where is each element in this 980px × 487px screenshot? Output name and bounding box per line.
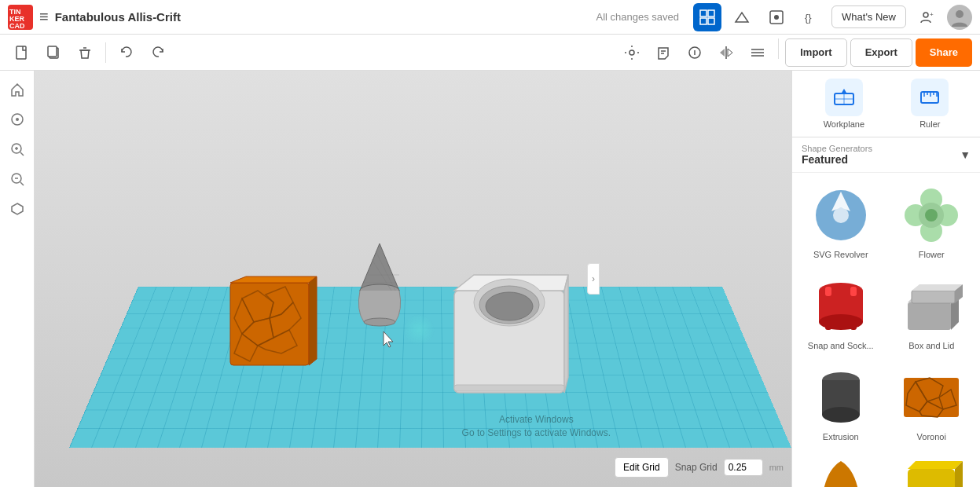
- svg-rect-16: [48, 46, 57, 57]
- share-button[interactable]: Share: [916, 38, 972, 67]
- box-lid-thumb: [900, 275, 963, 338]
- svg-rect-57: [454, 385, 564, 391]
- svg-point-11: [923, 13, 928, 17]
- shape-gen-featured-label: Featured: [802, 153, 872, 166]
- topbar: TIN KER CAD ≡ Fantabulous Allis-Crift Al…: [0, 0, 980, 35]
- snap-grid-label: Snap Grid: [675, 462, 718, 473]
- shapes-grid: SVG Revolver Flower: [792, 173, 980, 487]
- redo-btn[interactable]: [144, 38, 172, 67]
- svg-marker-44: [360, 244, 399, 291]
- workplane-label: Workplane: [824, 119, 864, 129]
- workplane-icon: [825, 79, 863, 116]
- svg-line-40: [20, 182, 24, 185]
- mirror-btn[interactable]: [712, 38, 740, 67]
- svg-marker-53: [564, 275, 568, 393]
- svg-marker-28: [728, 49, 732, 57]
- svg-marker-96: [908, 461, 963, 469]
- left-nav: [0, 71, 35, 487]
- flower-label: Flower: [919, 250, 945, 259]
- build-view-btn[interactable]: [728, 3, 756, 31]
- svg-point-33: [16, 118, 19, 121]
- shape-gen-title-label: Shape Generators: [802, 144, 872, 153]
- shape-item-7[interactable]: [798, 452, 883, 487]
- undo-btn[interactable]: [112, 38, 141, 67]
- nav-view[interactable]: [5, 107, 30, 132]
- nav-zoom-in[interactable]: [5, 137, 30, 162]
- voronoi-box-object[interactable]: [226, 275, 321, 377]
- svg-rect-41: [230, 283, 309, 365]
- svg-point-17: [629, 50, 634, 55]
- nav-zoom-out[interactable]: [5, 167, 30, 192]
- voronoi-label: Voronoi: [917, 432, 946, 441]
- shape-gen-dropdown-icon[interactable]: ▼: [960, 148, 971, 161]
- shape-item-box-lid[interactable]: Box and Lid: [890, 270, 974, 355]
- code-view-btn[interactable]: {}: [797, 3, 825, 31]
- svg-line-37: [20, 152, 24, 156]
- svg-rect-5: [708, 10, 714, 16]
- shape-gen-info: Shape Generators Featured: [802, 144, 872, 166]
- flower-thumb: [900, 184, 963, 247]
- right-panel: Workplane Ruler Shape: [791, 71, 980, 487]
- svg-rect-4: [700, 10, 707, 16]
- export-button[interactable]: Export: [850, 38, 912, 67]
- shape-item-svg-revolver[interactable]: SVG Revolver: [798, 179, 883, 264]
- align-btn[interactable]: [743, 38, 772, 67]
- svg-marker-43: [309, 276, 317, 365]
- schematic-view-btn[interactable]: [762, 3, 791, 31]
- separator1: [105, 42, 106, 63]
- tinkercad-logo[interactable]: TIN KER CAD: [8, 5, 33, 30]
- shape-item-snap-sock[interactable]: Snap and Sock...: [798, 270, 883, 355]
- shape-item-8[interactable]: [890, 452, 974, 487]
- svg-revolver-label: SVG Revolver: [813, 250, 868, 259]
- panel-collapse-btn[interactable]: ›: [587, 263, 600, 295]
- svg-marker-61: [842, 89, 846, 93]
- svg-text:CAD: CAD: [9, 22, 25, 30]
- hamburger-icon[interactable]: ≡: [39, 8, 49, 26]
- grid-area: [69, 181, 791, 448]
- shape-item-flower[interactable]: Flower: [890, 179, 974, 264]
- svg-rect-95: [908, 469, 955, 487]
- add-user-btn[interactable]: +: [912, 3, 941, 31]
- edit-grid-button[interactable]: Edit Grid: [615, 457, 669, 478]
- project-title[interactable]: Fantabulous Allis-Crift: [55, 10, 590, 24]
- funnel-object[interactable]: [348, 236, 411, 330]
- svg-text:{}: {}: [805, 12, 812, 24]
- extrusion-label: Extrusion: [823, 432, 859, 441]
- cursor-highlight: [403, 314, 435, 346]
- svg-rect-81: [850, 287, 857, 296]
- svg-marker-42: [230, 276, 317, 283]
- svg-rect-14: [17, 46, 26, 59]
- delete-btn[interactable]: [71, 38, 99, 67]
- svg-point-70: [833, 207, 849, 223]
- copy-btn[interactable]: [39, 38, 68, 67]
- new-doc-btn[interactable]: [8, 38, 36, 67]
- svg-rect-83: [850, 320, 857, 330]
- note-btn[interactable]: [649, 38, 677, 67]
- box-lid-label: Box and Lid: [908, 341, 954, 350]
- workplane-tool[interactable]: Workplane: [824, 79, 864, 129]
- shape7-thumb: [809, 457, 872, 487]
- svg-point-92: [822, 407, 860, 423]
- shape-item-voronoi[interactable]: Voronoi: [890, 361, 974, 446]
- svg-revolver-thumb: [809, 184, 872, 247]
- import-button[interactable]: Import: [785, 38, 846, 67]
- svg-rect-80: [825, 287, 831, 296]
- svg-rect-6: [700, 18, 707, 24]
- snap-value-input[interactable]: [724, 459, 763, 476]
- nav-3d[interactable]: [5, 196, 30, 222]
- svg-point-76: [925, 209, 938, 222]
- ruler-tool[interactable]: Ruler: [911, 79, 949, 129]
- viewport[interactable]: FRONT RIGHT BACK: [35, 71, 791, 487]
- bottom-bar: Edit Grid Snap Grid mm: [35, 448, 791, 487]
- nav-home[interactable]: [5, 77, 30, 102]
- whats-new-button[interactable]: What's New: [831, 5, 906, 28]
- circle-note-btn[interactable]: [681, 38, 709, 67]
- avatar[interactable]: [947, 5, 972, 30]
- shape-item-extrusion[interactable]: Extrusion: [798, 361, 883, 446]
- box-lid-object[interactable]: [446, 244, 584, 401]
- svg-point-56: [486, 292, 533, 320]
- light-btn[interactable]: [618, 38, 646, 67]
- svg-rect-7: [708, 18, 714, 24]
- grid-view-btn[interactable]: [693, 3, 721, 31]
- svg-point-9: [774, 15, 779, 20]
